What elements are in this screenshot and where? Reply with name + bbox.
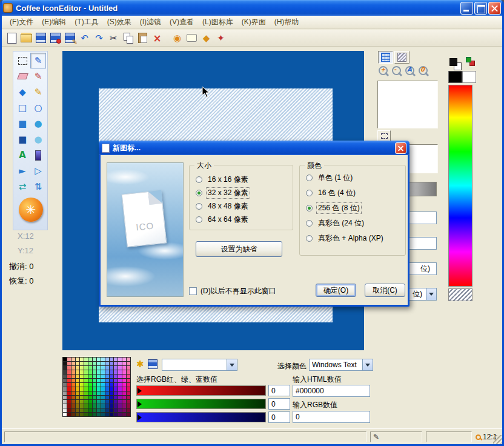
palette-cell[interactable] — [80, 374, 84, 378]
selection-option-button[interactable] — [377, 130, 391, 141]
palette-cell[interactable] — [110, 358, 113, 361]
palette-cell[interactable] — [76, 404, 79, 408]
palette-cell[interactable] — [93, 370, 96, 374]
palette-cell[interactable] — [122, 370, 126, 374]
palette-cell[interactable] — [71, 400, 75, 404]
palette-cell[interactable] — [84, 396, 88, 399]
set-default-button[interactable]: 设置为缺省 — [196, 241, 282, 257]
blue-slider[interactable] — [136, 412, 266, 422]
palette-cell[interactable] — [114, 404, 118, 408]
grid-toggle-button[interactable] — [378, 51, 393, 64]
palette-cell[interactable] — [80, 362, 84, 365]
color-wheel-icon[interactable]: ◉ — [170, 31, 184, 45]
palette-cell[interactable] — [110, 404, 113, 408]
palette-cell[interactable] — [122, 408, 126, 412]
palette-cell[interactable] — [105, 400, 109, 404]
palette-cell[interactable] — [80, 358, 84, 361]
palette-cell[interactable] — [80, 370, 84, 374]
palette-cell[interactable] — [80, 408, 84, 412]
preview-bubble-icon[interactable] — [185, 31, 199, 45]
palette-cell[interactable] — [88, 408, 92, 412]
palette-cell[interactable] — [110, 362, 113, 365]
custom-color-icon[interactable]: ✱ — [136, 359, 144, 370]
copy-icon[interactable] — [121, 31, 135, 45]
hue-picker-strip[interactable] — [448, 85, 472, 287]
new-icon[interactable] — [5, 31, 19, 45]
palette-cell[interactable] — [93, 366, 96, 370]
palette-cell[interactable] — [118, 413, 122, 416]
palette-cell[interactable] — [76, 370, 79, 374]
palette-cell[interactable] — [110, 374, 113, 378]
palette-cell[interactable] — [63, 362, 67, 365]
palette-cell[interactable] — [93, 362, 96, 365]
titlebar[interactable]: Coffee IconEditor - Untitled — [0, 0, 504, 16]
palette-cell[interactable] — [67, 391, 71, 395]
palette-cell[interactable] — [122, 362, 126, 365]
palette-cell[interactable] — [118, 374, 122, 378]
palette-cell[interactable] — [101, 400, 105, 404]
palette-cell[interactable] — [63, 400, 67, 404]
palette-cell[interactable] — [88, 404, 92, 408]
palette-cell[interactable] — [67, 374, 71, 378]
palette-cell[interactable] — [114, 408, 118, 412]
color-radio-option[interactable]: 真彩色 (24 位) — [300, 216, 405, 231]
secondary-color-box[interactable] — [462, 71, 476, 83]
palette-cell[interactable] — [93, 396, 96, 399]
palette-cell[interactable] — [105, 366, 109, 370]
rect-tool[interactable]: □ — [15, 100, 30, 116]
palette-cell[interactable] — [110, 366, 113, 370]
palette-cell[interactable] — [67, 408, 71, 412]
palette-cell[interactable] — [84, 404, 88, 408]
palette-cell[interactable] — [101, 358, 105, 361]
palette-cell[interactable] — [127, 387, 130, 391]
palette-cell[interactable] — [84, 366, 88, 370]
palette-cell[interactable] — [67, 396, 71, 399]
redo-icon[interactable]: ↷ — [92, 31, 106, 45]
palette-cell[interactable] — [118, 391, 122, 395]
palette-cell[interactable] — [80, 383, 84, 387]
html-value-input[interactable]: #000000 — [293, 385, 370, 397]
palette-cell[interactable] — [97, 413, 101, 416]
palette-cell[interactable] — [127, 383, 130, 387]
palette-cell[interactable] — [114, 362, 118, 365]
palette-cell[interactable] — [122, 358, 126, 361]
palette-cell[interactable] — [127, 396, 130, 399]
palette-cell[interactable] — [80, 413, 84, 416]
palette-cell[interactable] — [63, 391, 67, 395]
palette-cell[interactable] — [105, 408, 109, 412]
palette-cell[interactable] — [127, 391, 130, 395]
palette-cell[interactable] — [93, 379, 96, 382]
menu-item[interactable]: (T)工具 — [70, 16, 102, 28]
palette-cell[interactable] — [67, 379, 71, 382]
palette-cell[interactable] — [84, 387, 88, 391]
palette-cell[interactable] — [71, 362, 75, 365]
palette-cell[interactable] — [105, 362, 109, 365]
text-tool[interactable]: A — [15, 147, 30, 163]
palette-cell[interactable] — [127, 366, 130, 370]
palette-cell[interactable] — [88, 400, 92, 404]
palette-cell[interactable] — [122, 400, 126, 404]
palette-cell[interactable] — [88, 383, 92, 387]
palette-cell[interactable] — [97, 374, 101, 378]
palette-cell[interactable] — [76, 358, 79, 361]
palette-cell[interactable] — [76, 408, 79, 412]
palette-cell[interactable] — [118, 358, 122, 361]
brush-tool[interactable]: ✎ — [30, 68, 46, 84]
palette-cell[interactable] — [93, 387, 96, 391]
menu-item[interactable]: (L)图标库 — [198, 16, 237, 28]
filled-rect-tool[interactable]: ■ — [15, 116, 30, 131]
palette-cell[interactable] — [67, 383, 71, 387]
palette-cell[interactable] — [84, 391, 88, 395]
save-icon[interactable] — [34, 31, 48, 45]
palette-cell[interactable] — [110, 379, 113, 382]
green-value-input[interactable]: 0 — [268, 398, 290, 410]
save-as-icon[interactable] — [63, 31, 77, 45]
open-icon[interactable] — [19, 31, 33, 45]
size-radio-option[interactable]: 64 x 64 像素 — [190, 213, 293, 226]
size-radio-option[interactable]: 48 x 48 像素 — [190, 199, 293, 213]
cancel-button[interactable]: 取消(C) — [365, 284, 405, 297]
palette-cell[interactable] — [118, 408, 122, 412]
palette-cell[interactable] — [63, 408, 67, 412]
palette-cell[interactable] — [71, 396, 75, 399]
palette-cell[interactable] — [63, 396, 67, 399]
